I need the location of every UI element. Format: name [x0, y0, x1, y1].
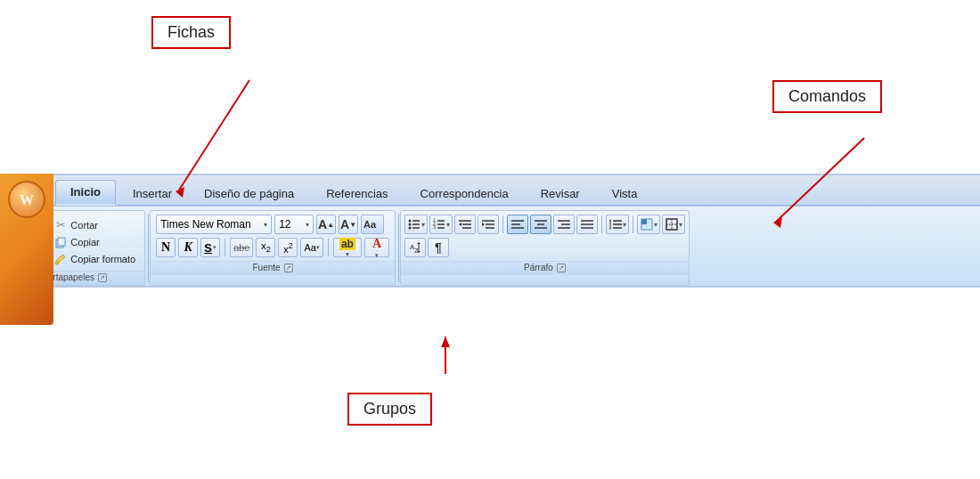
tab-inicio[interactable]: Inicio: [55, 180, 116, 206]
fuente-expand-icon[interactable]: ↗: [284, 264, 293, 272]
shading-arrow: ▾: [654, 221, 657, 229]
font-name-select[interactable]: Times New Roman ▾: [156, 215, 272, 234]
increase-indent-button[interactable]: [478, 215, 499, 234]
svg-point-15: [408, 220, 411, 223]
svg-rect-12: [58, 238, 65, 246]
shading-icon: [640, 217, 654, 231]
para-separator-1: [502, 215, 503, 233]
align-right-icon: [557, 218, 571, 231]
pilcrow-icon: ¶: [435, 240, 442, 255]
numbered-list-arrow: ▾: [446, 221, 450, 229]
parrafo-row2: A Z ¶: [401, 236, 689, 261]
italic-button[interactable]: K: [178, 238, 198, 257]
group-divider-1: [148, 214, 149, 282]
highlight-button[interactable]: ab ▾: [333, 238, 362, 257]
svg-marker-30: [459, 223, 461, 226]
svg-rect-54: [641, 219, 647, 224]
svg-marker-51: [609, 219, 611, 221]
copy-icon: [53, 235, 68, 249]
cortar-button[interactable]: ✂ Cortar: [50, 217, 139, 233]
sort-button[interactable]: A Z: [404, 238, 426, 257]
comandos-annotation: Comandos: [772, 80, 882, 113]
align-right-button[interactable]: [553, 215, 575, 234]
copiar-formato-button[interactable]: Copiar formato: [50, 251, 139, 267]
group-divider-2: [398, 214, 399, 282]
tab-correspondencia[interactable]: Correspondencia: [405, 182, 524, 206]
office-button[interactable]: W: [0, 174, 53, 325]
svg-rect-13: [55, 262, 59, 264]
parrafo-label: Párrafo ↗: [401, 261, 689, 275]
numbered-list-icon: 1. 2. 3.: [432, 216, 446, 232]
highlight-arrow: ▾: [346, 251, 349, 258]
bullet-list-button[interactable]: ▾: [404, 215, 428, 234]
tab-bar: Inicio Insertar Diseño de página Referen…: [0, 175, 980, 206]
borders-icon: [665, 217, 679, 231]
portapapeles-small-buttons: ✂ Cortar Copiar: [50, 215, 139, 269]
fmt-separator-1: [225, 239, 225, 256]
fichas-label: Fichas: [167, 23, 215, 41]
shrink-font-button[interactable]: A▼: [339, 215, 358, 234]
clear-formatting-button[interactable]: Aa: [361, 215, 384, 234]
portapapeles-expand-icon[interactable]: ↗: [98, 273, 107, 282]
tab-referencias[interactable]: Referencias: [311, 182, 403, 206]
align-center-icon: [534, 218, 548, 231]
svg-text:Z: Z: [414, 247, 419, 255]
subscript-button[interactable]: x2: [256, 238, 275, 257]
font-size-arrow: ▾: [306, 221, 309, 229]
borders-arrow: ▾: [679, 221, 682, 229]
parrafo-expand-icon[interactable]: ↗: [557, 264, 566, 272]
line-spacing-arrow: ▾: [623, 221, 626, 229]
align-left-button[interactable]: [507, 215, 528, 234]
tab-revisar[interactable]: Revisar: [526, 182, 595, 206]
para-separator-2: [601, 215, 602, 233]
line-spacing-button[interactable]: ▾: [606, 215, 629, 234]
svg-text:3.: 3.: [433, 224, 437, 230]
decrease-indent-button[interactable]: [454, 215, 476, 234]
change-case-arrow: ▾: [316, 244, 320, 251]
increase-indent-icon: [481, 216, 495, 232]
svg-marker-34: [482, 223, 485, 226]
ribbon-content: Pegar ▾ ✂ Cortar: [0, 206, 980, 286]
fuente-row2: N K S ▾ abe x2: [151, 236, 395, 261]
grupos-annotation: Grupos: [347, 393, 432, 426]
superscript-button[interactable]: x2: [278, 238, 298, 257]
tab-vista[interactable]: Vista: [597, 182, 653, 206]
decrease-indent-icon: [458, 216, 472, 232]
line-spacing-icon: [608, 217, 623, 231]
font-color-button[interactable]: A ▾: [364, 238, 389, 257]
borders-button[interactable]: ▾: [662, 215, 685, 234]
grupos-label: Grupos: [363, 400, 416, 418]
bottom-area: [0, 352, 980, 479]
font-size-select[interactable]: 12 ▾: [274, 215, 314, 234]
grow-font-button[interactable]: A▲: [316, 215, 336, 234]
office-button-icon[interactable]: W: [8, 181, 45, 218]
align-center-button[interactable]: [530, 215, 551, 234]
fuente-row1: Times New Roman ▾ 12 ▾ A▲ A▼ Aa: [151, 211, 395, 236]
tab-diseno-pagina[interactable]: Diseño de página: [189, 182, 309, 206]
para-separator-3: [633, 215, 633, 233]
clear-format-icon: Aa: [363, 216, 381, 232]
numbered-list-button[interactable]: 1. 2. 3. ▾: [429, 215, 453, 234]
change-case-button[interactable]: Aa ▾: [300, 238, 323, 257]
svg-text:Aa: Aa: [363, 219, 377, 230]
font-color-arrow: ▾: [375, 252, 379, 259]
tab-insertar[interactable]: Insertar: [118, 182, 187, 206]
justify-icon: [580, 218, 594, 231]
font-name-arrow: ▾: [264, 221, 267, 229]
copiar-button[interactable]: Copiar: [50, 234, 139, 250]
fuente-group: Times New Roman ▾ 12 ▾ A▲ A▼ Aa: [150, 210, 396, 286]
show-pilcrow-button[interactable]: ¶: [428, 238, 449, 257]
strikethrough-button[interactable]: abe: [230, 238, 253, 257]
svg-marker-61: [417, 242, 421, 244]
office-logo-svg: W: [16, 189, 37, 210]
svg-marker-5: [441, 337, 450, 347]
justify-button[interactable]: [576, 215, 598, 234]
bold-button[interactable]: N: [156, 238, 176, 257]
bullet-list-arrow: ▾: [421, 221, 425, 229]
svg-point-17: [408, 223, 411, 226]
parrafo-row1: ▾ 1. 2. 3. ▾: [401, 211, 689, 236]
parrafo-group: ▾ 1. 2. 3. ▾: [400, 210, 690, 286]
underline-button[interactable]: S ▾: [200, 238, 220, 257]
sort-icon: A Z: [408, 240, 422, 255]
shading-button[interactable]: ▾: [637, 215, 660, 234]
